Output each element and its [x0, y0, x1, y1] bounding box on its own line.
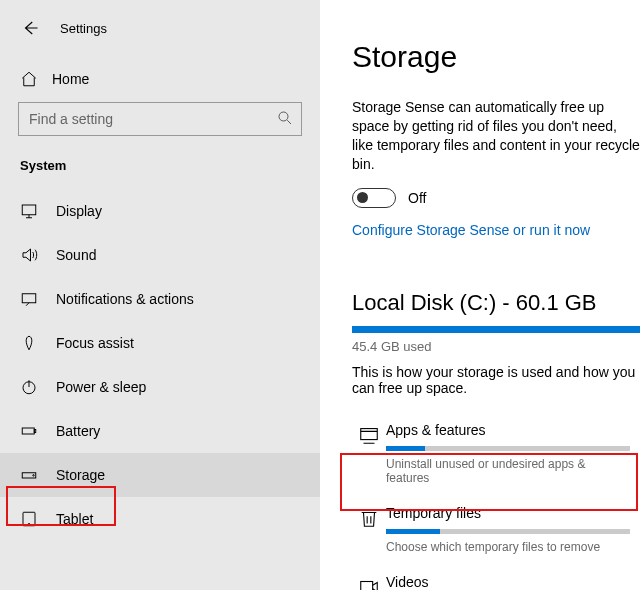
sidebar-item-label: Sound: [56, 247, 96, 263]
main-panel: Storage Storage Sense can automatically …: [320, 0, 640, 590]
category-desc: Choose which temporary files to remove: [386, 540, 630, 554]
home-icon: [20, 70, 38, 88]
category-bar: [386, 529, 630, 534]
sidebar-item-label: Focus assist: [56, 335, 134, 351]
sidebar-item-label: Storage: [56, 467, 105, 483]
category-name: Videos: [386, 574, 630, 590]
display-icon: [20, 202, 38, 220]
sidebar-item-display[interactable]: Display: [0, 189, 320, 233]
disk-title: Local Disk (C:) - 60.1 GB: [352, 290, 640, 316]
storage-icon: [20, 466, 38, 484]
svg-rect-1: [22, 205, 36, 215]
toggle-label: Off: [408, 190, 426, 206]
sidebar-item-label: Notifications & actions: [56, 291, 194, 307]
disk-usage-bar: [352, 326, 640, 333]
storage-sense-description: Storage Sense can automatically free up …: [352, 98, 640, 174]
power-icon: [20, 378, 38, 396]
sidebar-item-storage[interactable]: Storage: [0, 453, 320, 497]
sidebar-item-label: Tablet: [56, 511, 93, 527]
back-arrow-icon: [21, 19, 39, 37]
category-videos[interactable]: Videos Manage the Videos folder: [352, 566, 640, 590]
storage-sense-toggle[interactable]: [352, 188, 396, 208]
tablet-icon: [20, 510, 38, 528]
category-name: Temporary files: [386, 505, 630, 521]
sidebar-item-label: Battery: [56, 423, 100, 439]
app-title: Settings: [60, 21, 107, 36]
sidebar-item-battery[interactable]: Battery: [0, 409, 320, 453]
search-icon: [276, 109, 294, 127]
category-name: Apps & features: [386, 422, 630, 438]
back-button[interactable]: [14, 12, 46, 44]
video-icon: [358, 576, 380, 590]
sidebar-item-label: Display: [56, 203, 102, 219]
category-desc: Uninstall unused or undesired apps & fea…: [386, 457, 630, 485]
sidebar-item-label: Power & sleep: [56, 379, 146, 395]
search-input[interactable]: [18, 102, 302, 136]
sidebar-item-home[interactable]: Home: [0, 68, 320, 102]
disk-description: This is how your storage is used and how…: [352, 364, 640, 396]
sidebar-item-notifications[interactable]: Notifications & actions: [0, 277, 320, 321]
svg-rect-2: [22, 294, 36, 303]
page-title: Storage: [352, 40, 640, 74]
group-title: System: [0, 158, 320, 189]
svg-point-7: [33, 475, 35, 477]
category-bar: [386, 446, 630, 451]
category-temporary-files[interactable]: Temporary files Choose which temporary f…: [352, 497, 640, 566]
sidebar-item-sound[interactable]: Sound: [0, 233, 320, 277]
battery-icon: [20, 422, 38, 440]
sidebar-item-focus-assist[interactable]: Focus assist: [0, 321, 320, 365]
disk-used-label: 45.4 GB used: [352, 339, 640, 354]
focus-assist-icon: [20, 334, 38, 352]
sidebar-item-tablet[interactable]: Tablet: [0, 497, 320, 541]
svg-rect-5: [34, 430, 36, 433]
apps-icon: [358, 424, 380, 446]
sidebar-item-label: Home: [52, 71, 89, 87]
svg-rect-4: [22, 428, 34, 434]
sidebar-item-power-sleep[interactable]: Power & sleep: [0, 365, 320, 409]
trash-icon: [358, 507, 380, 529]
svg-rect-10: [361, 581, 373, 590]
svg-rect-6: [22, 473, 36, 478]
search-field: [18, 102, 302, 136]
configure-storage-sense-link[interactable]: Configure Storage Sense or run it now: [352, 222, 640, 238]
svg-point-0: [279, 112, 288, 121]
sidebar: Settings Home System Display Sound Notif…: [0, 0, 320, 590]
category-apps-features[interactable]: Apps & features Uninstall unused or unde…: [352, 414, 640, 497]
svg-rect-9: [361, 428, 378, 439]
sound-icon: [20, 246, 38, 264]
notifications-icon: [20, 290, 38, 308]
